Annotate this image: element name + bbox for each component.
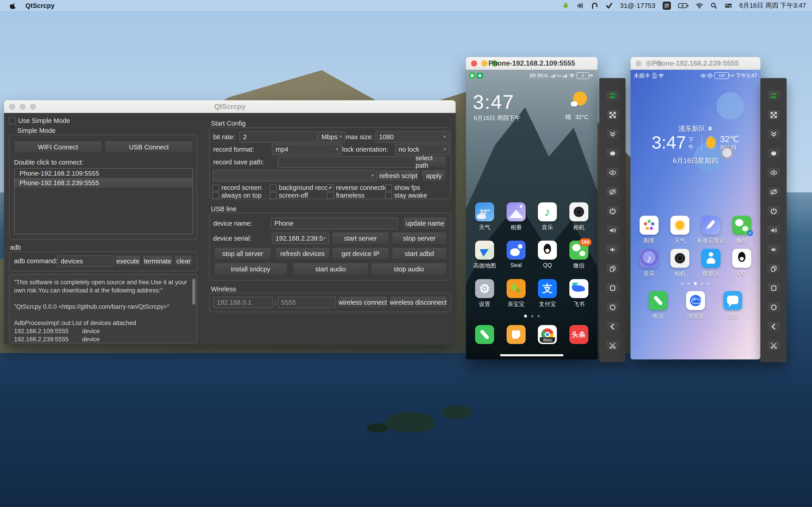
apple-menu-icon[interactable] [9,2,17,9]
menubar-counter-text[interactable]: 31@·17753 [620,2,656,9]
stop-audio-button[interactable]: stop audio [371,263,447,275]
record-screen-checkbox[interactable] [212,184,219,191]
wireless-ip-input[interactable]: 192.168.0.1 [213,297,272,308]
wifi-icon[interactable] [696,2,703,9]
app-gallery[interactable]: 相册 [502,202,530,231]
app-camera[interactable]: 相机 [565,202,593,231]
device-name-input[interactable]: Phone [271,218,398,229]
adb-command-input[interactable]: devices [57,256,114,267]
device-list-item[interactable]: Phone-192.168.2.109:5555 [14,169,193,178]
stay-awake-checkbox[interactable] [385,192,392,199]
app-youdao-note[interactable]: 有道云笔记 [697,216,725,244]
app-alipay[interactable]: 支 支付宝 [533,279,561,308]
power-button[interactable] [606,206,619,216]
screen-off-button[interactable] [767,187,780,197]
phone2-titlebar[interactable]: Phone-192.168.2.239:5555 [630,57,760,70]
use-simple-mode-checkbox[interactable] [9,117,16,124]
screen-off-checkbox[interactable] [270,192,276,199]
usb-connect-button[interactable]: USB Connect [105,141,193,153]
volume-down-button[interactable] [606,244,619,255]
lock-orientation-combo[interactable]: no lock [395,144,449,155]
menubar-clock[interactable]: 6月16日 周四 下午3:47 [739,1,806,10]
app-settings[interactable]: ⚙ 设置 [470,279,499,308]
menubar-app-name[interactable]: QtScrcpy [26,2,55,9]
app-seal[interactable]: Seal [502,241,530,269]
app-qq[interactable]: QQ [728,249,756,278]
group-control-button[interactable] [606,91,619,101]
screenshot-button[interactable] [767,341,780,351]
home-indicator[interactable] [500,354,563,356]
app-qinbaobao[interactable]: 亲宝宝 [502,279,530,308]
search-icon[interactable] [710,2,717,9]
reverse-connection-checkbox[interactable] [327,184,334,191]
dock-browser[interactable]: 浏览器 [681,291,710,320]
wireless-connect-button[interactable]: wireless connect [338,296,388,308]
assistive-ball[interactable] [720,146,733,159]
execute-button[interactable]: execute [115,256,141,267]
dock-chrome-beta[interactable]: Beta [533,325,561,344]
apply-button[interactable]: apply [422,170,446,182]
volume-up-button[interactable] [767,225,780,236]
screen-on-button[interactable] [767,168,780,178]
terminate-button[interactable]: terminate [142,256,173,267]
app-amap[interactable]: ▶ 高德地图 [470,241,499,269]
adb-log-output[interactable]: "This software is completely open source… [9,274,197,343]
touch-button[interactable] [767,148,780,159]
app-qq[interactable]: QQ [533,241,561,269]
frameless-checkbox[interactable] [327,192,334,199]
app-music[interactable]: ♪ 音乐 [533,202,561,231]
device-serial-combo[interactable]: 192.168.2.239:5 [272,233,329,244]
update-name-button[interactable]: update name [403,217,447,229]
wireless-disconnect-button[interactable]: wireless disconnect [390,296,447,308]
device-list[interactable]: Phone-192.168.2.109:5555 Phone-192.168.2… [14,168,193,234]
volume-down-button[interactable] [767,244,780,255]
start-audio-button[interactable]: start audio [293,263,368,275]
get-device-ip-button[interactable]: get device IP [332,247,389,260]
app-gallery[interactable]: 图库 [635,216,663,244]
bit-rate-input[interactable]: 2 [240,131,317,143]
app-wechat[interactable]: 189 微信 [565,241,593,269]
clear-button[interactable]: clear [174,256,193,267]
menu-button[interactable] [606,283,619,293]
input-method-icon[interactable]: 拼 [663,2,671,10]
app-switch-button[interactable] [767,264,780,274]
app-switch-button[interactable] [606,264,619,274]
expand-notification-button[interactable] [767,129,780,139]
always-on-top-checkbox[interactable] [212,192,219,199]
home-button[interactable] [767,302,780,313]
dock-gallery[interactable] [502,325,530,344]
refresh-devices-button[interactable]: refresh devices [275,247,329,260]
dock-toutiao[interactable]: 头条 [565,325,593,344]
screen-off-button[interactable] [606,187,619,197]
show-fps-checkbox[interactable] [385,184,392,191]
stop-server-button[interactable]: stop server [392,232,447,244]
app-feishu[interactable]: 飞书 [565,279,593,308]
screenshot-button[interactable] [606,341,619,351]
select-path-button[interactable]: select path [415,156,446,168]
install-sndcpy-button[interactable]: install sndcpy [214,263,287,275]
volume-up-button[interactable] [606,225,619,236]
power-button[interactable] [767,206,780,216]
app-music[interactable]: ♪ 音乐 [635,249,663,278]
dock-phone[interactable]: 电话 [644,291,672,320]
record-format-combo[interactable]: mp4 [272,144,342,155]
check-status-icon[interactable] [606,2,613,9]
wireless-port-input[interactable]: 5555 [277,297,336,308]
record-save-path-input[interactable] [277,156,416,168]
background-record-checkbox[interactable] [270,184,276,191]
full-screen-button[interactable] [767,110,780,120]
app-camera[interactable]: 相机 [666,249,694,278]
back-button[interactable] [767,322,780,332]
app-weather[interactable]: 天气 [666,216,694,244]
wifi-connect-button[interactable]: WIFI Connect [14,141,102,153]
refresh-script-button[interactable]: refresh script [378,170,419,182]
expand-notification-button[interactable] [606,129,619,139]
group-control-button[interactable] [767,91,780,101]
log-scrollbar[interactable] [192,279,195,305]
hook-status-icon[interactable] [591,2,598,9]
bit-rate-unit-combo[interactable]: Mbps [318,131,345,143]
phone1-titlebar[interactable]: Phone-192.168.2.109:5555 [466,57,598,70]
back-button[interactable] [606,322,619,332]
qtscrcpy-titlebar[interactable]: QtScrcpy [4,100,456,113]
app-wechat[interactable]: ✓ 微信 [728,216,756,244]
